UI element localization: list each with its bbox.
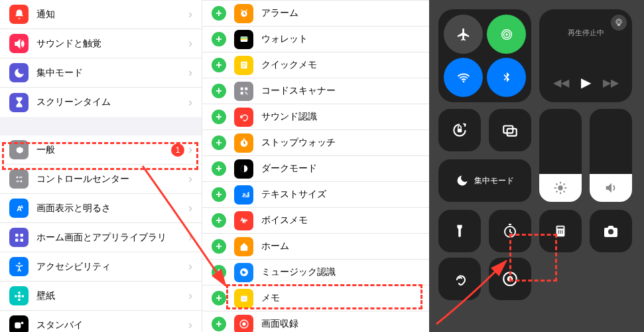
svg-point-12	[18, 291, 21, 293]
row-label: スタンバイ	[36, 319, 188, 331]
control-icon	[9, 169, 29, 189]
media-panel[interactable]: 再生停止中 ◀◀ ▶ ▶▶	[539, 9, 632, 102]
settings-row-flower[interactable]: 壁紙›	[0, 282, 202, 311]
control-row[interactable]: +メモ	[202, 286, 429, 311]
control-row[interactable]: +ミュージック認識	[202, 260, 429, 286]
add-button[interactable]: +	[212, 6, 226, 21]
screen-record-tile[interactable]	[489, 258, 531, 300]
control-label: ダークモード	[261, 163, 420, 175]
settings-row-access[interactable]: アクセシビリティ›	[0, 252, 202, 282]
control-label: コードスキャナー	[261, 85, 420, 97]
svg-point-17	[21, 321, 23, 324]
control-row[interactable]: +画面収録	[202, 311, 429, 332]
row-label: 集中モード	[36, 67, 188, 79]
flashlight-tile[interactable]	[438, 210, 481, 252]
add-button[interactable]: +	[212, 135, 226, 150]
settings-row-gear[interactable]: 一般1›	[0, 135, 202, 165]
add-button[interactable]: +	[212, 187, 226, 202]
svg-point-11	[17, 294, 21, 297]
timer-tile[interactable]	[489, 210, 531, 252]
control-row[interactable]: +ホーム	[202, 234, 429, 260]
add-button[interactable]: +	[212, 317, 226, 331]
airplane-toggle[interactable]	[444, 15, 483, 54]
brightness-slider[interactable]	[539, 109, 582, 202]
hearing-tile[interactable]	[438, 258, 481, 300]
connectivity-quad	[438, 9, 531, 102]
svg-point-58	[562, 232, 563, 234]
bluetooth-toggle[interactable]	[487, 58, 526, 97]
svg-rect-6	[15, 234, 19, 237]
svg-point-55	[562, 230, 563, 232]
gear-icon	[9, 140, 29, 159]
settings-row-hourglass[interactable]: スクリーンタイム›	[0, 88, 202, 117]
settings-list: 通知›サウンドと触覚›集中モード›スクリーンタイム› 一般1›コントロールセンタ…	[0, 0, 202, 332]
settings-row-speaker[interactable]: サウンドと触覚›	[0, 29, 202, 58]
control-label: テキストサイズ	[261, 189, 420, 201]
svg-text:あ: あ	[245, 191, 249, 198]
control-icon: ああ	[234, 185, 253, 205]
add-button[interactable]: +	[212, 213, 226, 228]
control-row[interactable]: +アラーム	[202, 1, 429, 27]
settings-row-standby[interactable]: スタンバイ›	[0, 311, 202, 332]
volume-slider[interactable]	[590, 109, 632, 202]
control-row[interactable]: +ストップウォッチ	[202, 130, 429, 156]
grid-icon	[9, 228, 29, 247]
control-row[interactable]: +ウォレット	[202, 27, 429, 52]
control-icon	[234, 237, 253, 256]
svg-rect-28	[245, 88, 247, 90]
chevron-icon: ›	[188, 172, 192, 186]
add-button[interactable]: +	[212, 161, 226, 176]
chevron-icon: ›	[188, 230, 192, 244]
control-icon	[234, 133, 253, 153]
control-icon	[234, 4, 253, 23]
media-status: 再生停止中	[547, 28, 624, 38]
svg-point-15	[21, 295, 24, 297]
calculator-tile[interactable]	[539, 210, 582, 252]
camera-tile[interactable]	[590, 210, 632, 252]
svg-point-2	[20, 180, 22, 182]
add-button[interactable]: +	[212, 291, 226, 305]
settings-row-brightness[interactable]: AA画面表示と明るさ›	[0, 194, 202, 223]
add-button[interactable]: +	[212, 32, 226, 46]
control-row[interactable]: +ダークモード	[202, 156, 429, 182]
cellular-toggle[interactable]	[487, 15, 526, 54]
svg-rect-24	[240, 37, 247, 38]
control-row[interactable]: +ああテキストサイズ	[202, 182, 429, 208]
play-icon[interactable]: ▶	[581, 74, 591, 90]
chevron-icon: ›	[188, 289, 192, 303]
svg-rect-9	[20, 238, 23, 242]
svg-rect-52	[557, 227, 563, 229]
add-button[interactable]: +	[212, 239, 226, 254]
chevron-icon: ›	[188, 96, 192, 110]
screen-mirroring-tile[interactable]	[489, 109, 531, 151]
svg-rect-29	[240, 92, 243, 94]
next-icon[interactable]: ▶▶	[603, 76, 619, 89]
control-row[interactable]: +クイックメモ	[202, 52, 429, 78]
airplay-icon[interactable]	[611, 15, 627, 31]
control-center-items: +アラーム+ウォレット+クイックメモ+コードスキャナー+サウンド認識+ストップウ…	[202, 0, 429, 332]
control-row[interactable]: +コードスキャナー	[202, 78, 429, 104]
chevron-icon: ›	[188, 66, 192, 80]
row-label: 壁紙	[36, 290, 188, 302]
control-row[interactable]: +サウンド認識	[202, 104, 429, 130]
control-row[interactable]: +ボイスメモ	[202, 208, 429, 234]
chevron-icon: ›	[188, 201, 192, 215]
settings-row-grid[interactable]: ホーム画面とアプリライブラリ›	[0, 223, 202, 252]
control-label: サウンド認識	[261, 111, 420, 123]
add-button[interactable]: +	[212, 84, 226, 98]
row-label: スクリーンタイム	[36, 96, 188, 108]
orientation-lock-tile[interactable]	[438, 109, 481, 151]
row-label: 一般	[36, 144, 171, 156]
settings-row-control[interactable]: コントロールセンター›	[0, 165, 202, 194]
svg-point-41	[242, 322, 245, 325]
control-label: 画面収録	[261, 318, 420, 330]
control-icon	[234, 159, 253, 179]
wifi-toggle[interactable]	[444, 58, 483, 97]
prev-icon[interactable]: ◀◀	[553, 76, 569, 89]
add-button[interactable]: +	[212, 110, 226, 124]
add-button[interactable]: +	[212, 58, 226, 72]
settings-row-moon[interactable]: 集中モード›	[0, 58, 202, 88]
settings-row-bell[interactable]: 通知›	[0, 0, 202, 29]
focus-tile[interactable]: 集中モード	[438, 159, 531, 202]
add-button[interactable]: +	[212, 265, 226, 280]
